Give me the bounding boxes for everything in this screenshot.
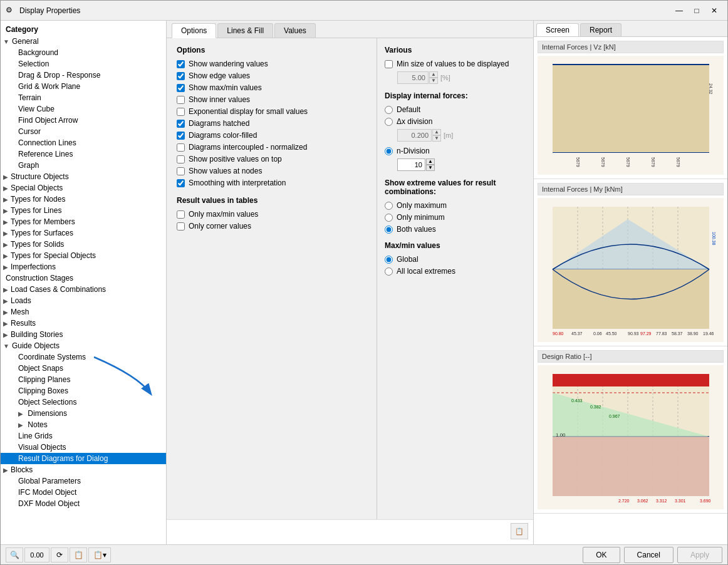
cb-only-maxmin-input[interactable] <box>177 210 185 219</box>
cb-smoothing-input[interactable] <box>177 179 185 187</box>
tree-item-clipping-planes[interactable]: Clipping Planes <box>1 374 166 385</box>
cb-only-corner-label[interactable]: Only corner values <box>189 222 251 231</box>
tab-options[interactable]: Options <box>172 23 216 38</box>
tree-item-terrain[interactable]: Terrain <box>1 92 166 103</box>
radio-only-min-label[interactable]: Only minimum <box>397 213 445 222</box>
radio-global-label[interactable]: Global <box>397 255 419 264</box>
tree-group-results[interactable]: ▶ Results <box>1 318 166 329</box>
tree-item-graph[interactable]: Graph <box>1 160 166 171</box>
tree-item-object-snaps[interactable]: Object Snaps <box>1 363 166 374</box>
radio-both-values-label[interactable]: Both values <box>397 225 436 234</box>
radio-delta-input[interactable] <box>385 118 393 126</box>
tree-group-types-members[interactable]: ▶ Types for Members <box>1 216 166 227</box>
tree-group-types-lines[interactable]: ▶ Types for Lines <box>1 205 166 216</box>
radio-n-division-input[interactable] <box>385 147 393 155</box>
delta-down-btn[interactable]: ▼ <box>432 135 441 142</box>
cb-diagrams-color-label[interactable]: Diagrams color-filled <box>189 131 257 140</box>
chart-tab-report[interactable]: Report <box>580 23 621 36</box>
tree-item-notes[interactable]: ▶ Notes <box>1 419 166 430</box>
cancel-button[interactable]: Cancel <box>624 547 673 563</box>
n-division-input[interactable] <box>397 158 425 171</box>
ok-button[interactable]: OK <box>583 547 620 563</box>
tree-group-building[interactable]: ▶ Building Stories <box>1 329 166 340</box>
radio-only-max-input[interactable] <box>385 202 393 210</box>
radio-only-max-label[interactable]: Only maximum <box>397 201 447 210</box>
radio-both-values-input[interactable] <box>385 225 393 234</box>
tree-item-background[interactable]: Background <box>1 47 166 58</box>
tree-group-special[interactable]: ▶ Special Objects <box>1 182 166 194</box>
min-size-input[interactable] <box>397 71 429 84</box>
close-button[interactable]: ✕ <box>706 4 722 18</box>
tree-item-find-object-arrow[interactable]: Find Object Arrow <box>1 115 166 126</box>
rotate-tool-button[interactable]: ⟳ <box>51 547 68 562</box>
tree-item-connection-lines[interactable]: Connection Lines <box>1 137 166 148</box>
tree-group-load-cases[interactable]: ▶ Load Cases & Combinations <box>1 284 166 295</box>
n-division-down-btn[interactable]: ▼ <box>426 165 435 171</box>
copy-tool-button[interactable]: 📋 <box>70 547 87 562</box>
tree-group-blocks[interactable]: ▶ Blocks <box>1 464 166 475</box>
tree-item-cursor[interactable]: Cursor <box>1 126 166 137</box>
tree-item-line-grids[interactable]: Line Grids <box>1 430 166 442</box>
tree-group-types-solids[interactable]: ▶ Types for Solids <box>1 239 166 250</box>
tree-item-selection[interactable]: Selection <box>1 58 166 70</box>
cb-show-edge-input[interactable] <box>177 72 185 80</box>
minimize-button[interactable]: — <box>671 4 687 18</box>
cb-show-edge-label[interactable]: Show edge values <box>189 71 250 80</box>
tab-lines-fill[interactable]: Lines & Fill <box>217 23 273 38</box>
cb-diagrams-hatched-label[interactable]: Diagrams hatched <box>189 119 249 128</box>
copy-dropdown-button[interactable]: 📋▾ <box>88 547 111 562</box>
tree-item-grid-work-plane[interactable]: Grid & Work Plane <box>1 81 166 92</box>
search-tool-button[interactable]: 🔍 <box>6 547 23 562</box>
radio-delta-label[interactable]: Δx division <box>397 117 432 126</box>
tree-group-loads[interactable]: ▶ Loads <box>1 295 166 306</box>
delta-input[interactable] <box>397 129 432 142</box>
tree-item-clipping-boxes[interactable]: Clipping Boxes <box>1 385 166 397</box>
tree-item-ifc-model[interactable]: IFC Model Object <box>1 487 166 498</box>
tree-group-mesh[interactable]: ▶ Mesh <box>1 306 166 318</box>
tree-item-dimensions[interactable]: ▶ Dimensions <box>1 408 166 419</box>
tree-group-guide[interactable]: ▼ Guide Objects <box>1 340 166 351</box>
cb-values-nodes-input[interactable] <box>177 167 185 175</box>
tree-item-object-selections[interactable]: Object Selections <box>1 397 166 408</box>
tree-group-types-nodes[interactable]: ▶ Types for Nodes <box>1 194 166 205</box>
value-display-button[interactable]: 0.00 <box>24 547 49 562</box>
cb-only-maxmin-label[interactable]: Only max/min values <box>189 210 258 219</box>
min-size-down-btn[interactable]: ▼ <box>429 78 438 84</box>
cb-show-wandering-label[interactable]: Show wandering values <box>189 60 268 68</box>
tree-item-global-params[interactable]: Global Parameters <box>1 475 166 487</box>
cb-positive-top-input[interactable] <box>177 155 185 163</box>
tree-group-types-special[interactable]: ▶ Types for Special Objects <box>1 250 166 261</box>
cb-show-maxmin-label[interactable]: Show max/min values <box>189 83 262 92</box>
tree-group-construction[interactable]: Construction Stages <box>1 272 166 284</box>
cb-diagrams-color-input[interactable] <box>177 132 185 140</box>
cb-only-corner-input[interactable] <box>177 222 185 231</box>
tree-group-imperfections[interactable]: ▶ Imperfections <box>1 261 166 272</box>
radio-only-min-input[interactable] <box>385 214 393 222</box>
delta-up-btn[interactable]: ▲ <box>432 129 441 135</box>
cb-exponential-label[interactable]: Exponential display for small values <box>189 107 308 116</box>
tree-item-result-diagrams[interactable]: Result Diagrams for Dialog <box>1 453 166 464</box>
apply-button[interactable]: Apply <box>677 547 722 563</box>
cb-diagrams-hatched-input[interactable] <box>177 120 185 128</box>
cb-min-size-label[interactable]: Min size of values to be displayed <box>397 60 509 68</box>
radio-default-input[interactable] <box>385 106 393 114</box>
radio-default-label[interactable]: Default <box>397 105 420 114</box>
tree-item-reference-lines[interactable]: Reference Lines <box>1 148 166 160</box>
cb-min-size-input[interactable] <box>385 60 393 68</box>
radio-n-division-label[interactable]: n-Division <box>397 147 430 155</box>
cb-show-wandering-input[interactable] <box>177 60 185 68</box>
tree-item-coord-systems[interactable]: Coordinate Systems <box>1 351 166 363</box>
cb-show-maxmin-input[interactable] <box>177 84 185 92</box>
copy-table-button[interactable]: 📋 <box>511 523 528 539</box>
maximize-button[interactable]: □ <box>689 4 705 18</box>
cb-values-nodes-label[interactable]: Show values at nodes <box>189 167 262 175</box>
tree-group-general[interactable]: ▼ General <box>1 36 166 47</box>
cb-show-inner-label[interactable]: Show inner values <box>189 95 250 104</box>
tree-item-dxf-model[interactable]: DXF Model Object <box>1 498 166 509</box>
radio-all-local-label[interactable]: All local extremes <box>397 267 455 276</box>
tree-item-drag-drop[interactable]: Drag & Drop - Response <box>1 70 166 81</box>
tree-group-structure[interactable]: ▶ Structure Objects <box>1 171 166 182</box>
cb-positive-top-label[interactable]: Show positive values on top <box>189 155 282 163</box>
cb-smoothing-label[interactable]: Smoothing with interpretation <box>189 179 286 187</box>
cb-diagrams-intercoupled-input[interactable] <box>177 143 185 152</box>
